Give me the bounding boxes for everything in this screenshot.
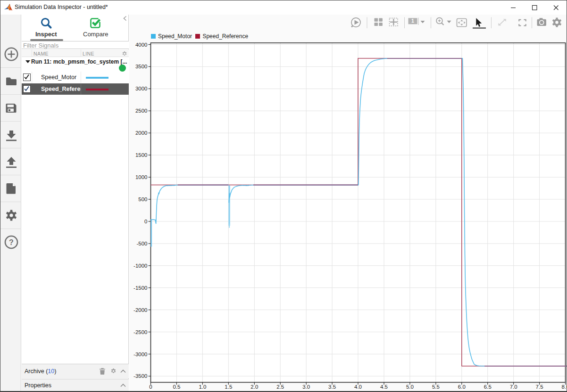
svg-text:500: 500 <box>138 196 147 202</box>
svg-text:4000: 4000 <box>135 42 148 48</box>
svg-text:0: 0 <box>144 219 147 224</box>
svg-text:0.5: 0.5 <box>173 384 180 390</box>
svg-text:?: ? <box>9 238 14 246</box>
svg-text:-3000: -3000 <box>133 351 147 357</box>
svg-text:7.0: 7.0 <box>510 384 517 390</box>
svg-text:4.0: 4.0 <box>354 384 362 390</box>
svg-text:-2500: -2500 <box>133 329 147 335</box>
svg-text:5.0: 5.0 <box>406 384 414 390</box>
svg-text:3500: 3500 <box>135 64 148 69</box>
svg-text:1.0: 1.0 <box>199 384 206 390</box>
svg-text:5.5: 5.5 <box>432 384 440 390</box>
svg-text:1: 1 <box>411 18 414 24</box>
svg-text:3.5: 3.5 <box>328 384 336 390</box>
svg-text:2000: 2000 <box>135 130 148 136</box>
svg-text:2.5: 2.5 <box>276 384 284 390</box>
svg-text:-1500: -1500 <box>133 285 147 291</box>
svg-text:-500: -500 <box>136 241 147 246</box>
svg-text:6.5: 6.5 <box>484 384 492 390</box>
svg-text:8.0: 8.0 <box>562 384 567 390</box>
svg-text:0: 0 <box>149 384 152 390</box>
svg-text:2500: 2500 <box>135 108 148 114</box>
svg-text:3.0: 3.0 <box>302 384 310 390</box>
svg-text:4.5: 4.5 <box>380 384 388 390</box>
svg-text:1500: 1500 <box>135 152 148 158</box>
svg-text:-2000: -2000 <box>133 307 147 313</box>
svg-text:-1000: -1000 <box>133 263 147 269</box>
svg-text:7.5: 7.5 <box>536 384 543 390</box>
svg-text:2.0: 2.0 <box>250 384 258 390</box>
svg-text:1.5: 1.5 <box>225 384 232 390</box>
svg-text:1000: 1000 <box>135 174 148 180</box>
svg-text:6.0: 6.0 <box>458 384 466 390</box>
svg-text:-3500: -3500 <box>133 373 147 379</box>
svg-text:3000: 3000 <box>135 86 148 91</box>
